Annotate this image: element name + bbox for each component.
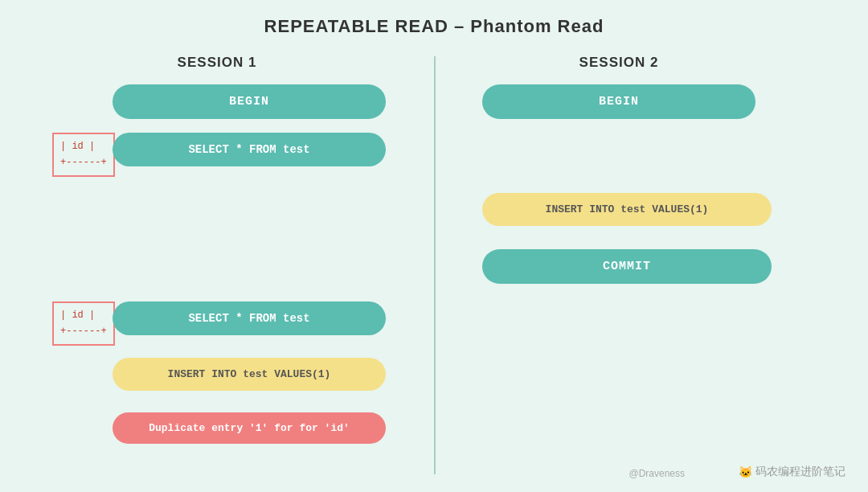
session2-header: SESSION 2: [498, 55, 739, 71]
table-display-2: | id | +------+: [52, 301, 115, 346]
watermark-text: 码农编程进阶笔记: [755, 465, 845, 479]
main-title: REPEATABLE READ – Phantom Read: [0, 16, 868, 37]
session1-select2-pill: SELECT * FROM test: [113, 301, 386, 335]
session1-error-pill: Duplicate entry '1' for for 'id': [113, 412, 386, 444]
session2-begin-pill: BEGIN: [482, 84, 755, 119]
overlay-layout: SESSION 1 SESSION 2 BEGIN | id | +------…: [0, 0, 868, 492]
session1-select1-pill: SELECT * FROM test: [113, 133, 386, 166]
credit-text: @Draveness: [628, 468, 685, 479]
watermark-emoji: 🐱: [739, 465, 752, 478]
session2-insert-pill: INSERT INTO test VALUES(1): [482, 193, 772, 226]
table1-line2: +------+: [60, 157, 107, 168]
session1-insert-pill: INSERT INTO test VALUES(1): [113, 358, 386, 391]
session1-begin-pill: BEGIN: [113, 84, 386, 119]
watermark-container: 🐱 码农编程进阶笔记: [739, 465, 845, 479]
session1-header: SESSION 1: [96, 55, 338, 71]
table1-line1: | id |: [60, 141, 95, 152]
table2-line1: | id |: [60, 310, 95, 321]
vertical-divider: [434, 56, 436, 474]
table-display-1: | id | +------+: [52, 133, 115, 177]
session2-commit-pill: COMMIT: [482, 249, 772, 284]
table2-line2: +------+: [60, 326, 107, 337]
